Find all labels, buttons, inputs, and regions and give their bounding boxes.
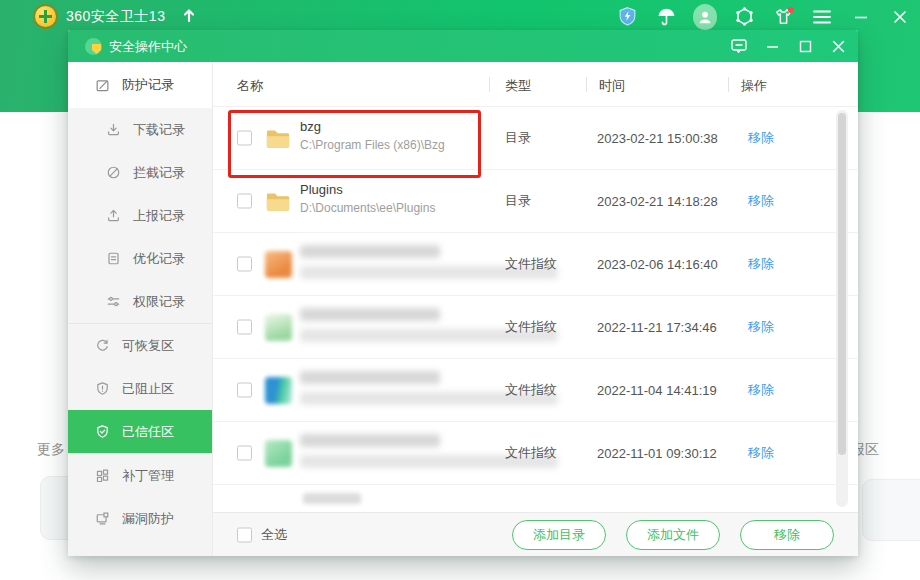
umbrella-icon[interactable] [654, 5, 678, 29]
redacted-file-icon [264, 376, 292, 404]
skin-shirt-icon[interactable] [771, 5, 795, 29]
hex-nodes-icon[interactable] [732, 5, 756, 29]
menu-icon[interactable] [810, 5, 834, 29]
user-avatar[interactable] [693, 5, 717, 29]
sidebar-item-label: 优化记录 [133, 250, 185, 268]
maximize-icon[interactable] [795, 36, 815, 56]
remove-button[interactable]: 移除 [740, 520, 834, 550]
shield-alert-icon [95, 381, 110, 396]
sidebar-item-protection-records[interactable]: 防护记录 [68, 62, 212, 108]
row-checkbox[interactable] [237, 131, 252, 146]
sidebar-item-patch-management[interactable]: 补丁管理 [68, 454, 212, 497]
remove-link[interactable]: 移除 [748, 129, 774, 147]
type-cell: 文件指纹 [505, 318, 557, 336]
select-all-label: 全选 [261, 526, 287, 544]
remove-link[interactable]: 移除 [748, 192, 774, 210]
sidebar-item-optimize-records[interactable]: 优化记录 [68, 237, 212, 280]
add-file-button[interactable]: 添加文件 [626, 520, 720, 550]
remove-link[interactable]: 移除 [748, 255, 774, 273]
table-header: 名称 类型 时间 操作 [213, 62, 858, 107]
update-arrow-icon [182, 7, 196, 23]
feedback-icon[interactable] [729, 36, 749, 56]
file-name: bzg [300, 117, 445, 136]
main-toolbar [615, 0, 912, 33]
redacted-name [303, 493, 361, 504]
row-checkbox[interactable] [237, 257, 252, 272]
sidebar-item-intercept-records[interactable]: 拦截记录 [68, 151, 212, 194]
footer-buttons: 添加目录添加文件移除 [512, 520, 834, 550]
type-cell: 文件指纹 [505, 381, 557, 399]
sidebar-item-permission-records[interactable]: 权限记录 [68, 280, 212, 323]
row-checkbox[interactable] [237, 194, 252, 209]
redacted-file-icon [264, 313, 292, 341]
select-all-checkbox[interactable] [237, 527, 252, 542]
remove-link[interactable]: 移除 [748, 318, 774, 336]
sidebar-item-label: 上报记录 [133, 207, 185, 225]
dialog-logo-icon [85, 38, 102, 55]
sidebar-item-vulnerability-protection[interactable]: 漏洞防护 [68, 497, 212, 540]
header-divider [489, 77, 490, 92]
dialog-body: 防护记录下载记录拦截记录上报记录优化记录权限记录可恢复区已阻止区已信任区补丁管理… [68, 62, 858, 556]
redacted-file-icon [264, 439, 292, 467]
time-cell: 2023-02-06 14:16:40 [597, 257, 718, 272]
partial-table-row [213, 485, 858, 512]
name-cell: bzgC:\Program Files (x86)\Bzg [300, 117, 445, 154]
table-row: PluginsD:\Documents\ee\Plugins目录2023-02-… [213, 170, 858, 233]
file-name: Plugins [300, 180, 435, 199]
table-row: 文件指纹2022-11-21 17:34:46移除 [213, 296, 858, 359]
sidebar-item-label: 已阻止区 [122, 380, 174, 398]
sidebar-item-label: 拦截记录 [133, 164, 185, 182]
row-checkbox[interactable] [237, 446, 252, 461]
trusted-zone-panel: 名称 类型 时间 操作 bzgC:\Program Files (x86)\Bz… [213, 62, 858, 556]
sidebar-item-trusted-zone[interactable]: 已信任区 [68, 410, 212, 453]
sidebar-item-download-records[interactable]: 下载记录 [68, 108, 212, 151]
scrollbar-thumb[interactable] [838, 113, 846, 455]
close-icon[interactable] [828, 36, 848, 56]
table-row: 文件指纹2022-11-01 09:30:12移除 [213, 422, 858, 485]
type-cell: 目录 [505, 129, 531, 147]
file-path: D:\Documents\ee\Plugins [300, 199, 435, 217]
download-icon [106, 122, 121, 137]
restore-icon [95, 338, 110, 353]
header-divider [728, 77, 729, 92]
minimize-icon[interactable] [762, 36, 782, 56]
column-operation: 操作 [741, 77, 767, 95]
row-checkbox[interactable] [237, 383, 252, 398]
sidebar-item-label: 权限记录 [133, 293, 185, 311]
security-shield-icon[interactable] [615, 5, 639, 29]
block-icon [106, 165, 121, 180]
time-cell: 2022-11-04 14:41:19 [597, 383, 717, 398]
notification-dot [788, 7, 794, 13]
dialog-title: 安全操作中心 [109, 38, 187, 56]
table-row: 文件指纹2023-02-06 14:16:40移除 [213, 233, 858, 296]
security-operation-center-dialog: 安全操作中心 防护记录下载记录拦截记录上报记录优化记录权限记录可恢复区已阻止区已… [68, 30, 858, 556]
add-directory-button[interactable]: 添加目录 [512, 520, 606, 550]
redacted-name [300, 245, 440, 258]
sidebar-item-label: 防护记录 [122, 76, 174, 94]
table-row: 文件指纹2022-11-04 14:41:19移除 [213, 359, 858, 422]
sliders-icon [106, 294, 121, 309]
doc-icon [106, 251, 121, 266]
sidebar-item-blocked-zone[interactable]: 已阻止区 [68, 367, 212, 410]
remove-link[interactable]: 移除 [748, 381, 774, 399]
sidebar-item-label: 下载记录 [133, 121, 185, 139]
redacted-file-icon [264, 250, 292, 278]
remove-link[interactable]: 移除 [748, 444, 774, 462]
sidebar-item-recoverable-zone[interactable]: 可恢复区 [68, 324, 212, 367]
time-cell: 2023-02-21 15:00:38 [597, 131, 718, 146]
app-logo-icon [33, 4, 58, 29]
close-icon[interactable] [888, 5, 912, 29]
minimize-icon[interactable] [849, 5, 873, 29]
redacted-name [300, 434, 440, 447]
file-path: C:\Program Files (x86)\Bzg [300, 136, 445, 154]
redacted-name [300, 308, 440, 321]
type-cell: 文件指纹 [505, 444, 557, 462]
background-more-tools-text: 更多 [37, 441, 65, 459]
screen: 360安全卫士13 [0, 0, 920, 580]
row-checkbox[interactable] [237, 320, 252, 335]
sidebar-item-report-records[interactable]: 上报记录 [68, 194, 212, 237]
type-cell: 文件指纹 [505, 255, 557, 273]
dialog-controls [729, 30, 848, 62]
column-time: 时间 [599, 77, 625, 95]
table-row: bzgC:\Program Files (x86)\Bzg目录2023-02-2… [213, 107, 858, 170]
